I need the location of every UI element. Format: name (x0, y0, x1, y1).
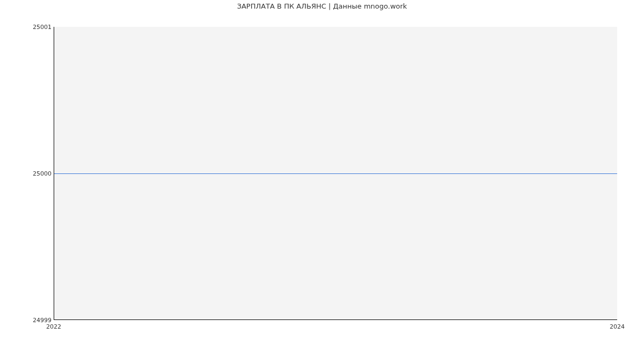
y-tick-bottom: 24999 (19, 317, 52, 324)
y-tick-top: 25001 (19, 24, 52, 31)
chart-title: ЗАРПЛАТА В ПК АЛЬЯНС | Данные mnogo.work (0, 2, 644, 10)
salary-chart: ЗАРПЛАТА В ПК АЛЬЯНС | Данные mnogo.work… (0, 0, 644, 349)
plot-area (54, 27, 617, 320)
series-line (54, 173, 617, 174)
y-tick-mid: 25000 (19, 170, 52, 177)
x-tick-left: 2022 (46, 323, 61, 330)
x-tick-right: 2024 (610, 323, 625, 330)
